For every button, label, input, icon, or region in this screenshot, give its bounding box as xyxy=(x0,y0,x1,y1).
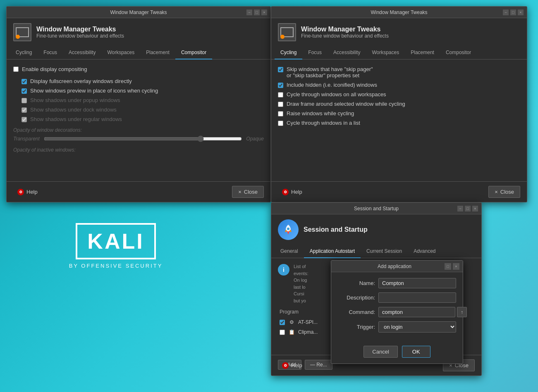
wm-left-close-button[interactable]: × Close xyxy=(232,186,264,198)
show-preview-checkbox[interactable] xyxy=(22,88,27,94)
raise-cycling-label: Raise windows while cycling xyxy=(287,110,354,116)
opacity-slider[interactable] xyxy=(44,135,242,142)
kali-subtitle: BY OFFENSIVE SECURITY xyxy=(50,263,182,269)
tab-current-session[interactable]: Current Session xyxy=(361,245,408,258)
command-input[interactable] xyxy=(378,307,455,317)
session-minimize-button[interactable]: − xyxy=(457,206,463,211)
tab-focus-right[interactable]: Focus xyxy=(302,46,328,59)
tab-advanced[interactable]: Advanced xyxy=(408,245,441,258)
wm-right-title: Window Manager Tweaks xyxy=(295,10,503,15)
wm-left-minimize-button[interactable]: − xyxy=(246,10,252,15)
wm-right-maximize-button[interactable]: □ xyxy=(510,10,516,15)
tab-placement-left[interactable]: Placement xyxy=(140,46,175,59)
skip-pager-checkbox[interactable] xyxy=(278,67,283,72)
tab-cycling-left[interactable]: Cycling xyxy=(10,46,38,59)
tab-focus-left[interactable]: Focus xyxy=(38,46,63,59)
info-icon: i xyxy=(278,264,289,276)
wm-left-app-title: Window Manager Tweaks xyxy=(36,26,124,33)
include-hidden-checkbox[interactable] xyxy=(278,83,283,88)
wm-left-help-label: Help xyxy=(26,189,38,195)
dialog-content: Name: Description: Command: ↑ Trigger: o… xyxy=(331,272,463,342)
tab-accessibility-left[interactable]: Accessibility xyxy=(63,46,101,59)
wm-right-app-subtitle: Fine-tune window behaviour and effects xyxy=(301,33,389,39)
wm-right-tabs: Cycling Focus Accessibility Workspaces P… xyxy=(271,46,527,59)
svg-point-0 xyxy=(287,228,289,230)
show-shadows-regular-checkbox[interactable] xyxy=(22,117,27,122)
wm-right-footer: ⚙ Help × Close xyxy=(271,181,527,202)
opacity-inactive-section: Opacity of inactive windows: xyxy=(13,147,264,153)
wm-right-titlebar: Window Manager Tweaks − □ × xyxy=(271,7,527,18)
tab-workspaces-right[interactable]: Workspaces xyxy=(366,46,405,59)
raise-cycling-row: Raise windows while cycling xyxy=(278,110,520,116)
session-header: Session and Startup xyxy=(271,214,481,245)
tab-general[interactable]: General xyxy=(275,245,304,258)
tab-workspaces-left[interactable]: Workspaces xyxy=(101,46,140,59)
tab-app-autostart[interactable]: Application Autostart xyxy=(304,245,361,258)
display-fullscreen-checkbox[interactable] xyxy=(22,79,27,84)
show-shadows-regular-row: Show shadows under regular windows xyxy=(22,116,264,122)
skip-pager-text: Skip windows that have "skip pager" or "… xyxy=(287,66,373,78)
ok-button[interactable]: OK xyxy=(402,346,430,358)
session-maximize-button[interactable]: □ xyxy=(465,206,471,211)
session-help-button[interactable]: ⚙ Help xyxy=(278,360,306,371)
command-label: Command: xyxy=(338,309,375,315)
tab-accessibility-right[interactable]: Accessibility xyxy=(328,46,366,59)
wm-left-header: Window Manager Tweaks Fine-tune window b… xyxy=(7,18,270,46)
tab-compositor-right[interactable]: Compositor xyxy=(440,46,477,59)
dialog-maximize-button[interactable]: □ xyxy=(445,263,451,270)
cycling-content: Skip windows that have "skip pager" or "… xyxy=(271,59,527,136)
enable-compositing-checkbox[interactable] xyxy=(13,67,19,72)
name-input[interactable] xyxy=(378,278,456,288)
wm-right-minimize-button[interactable]: − xyxy=(503,10,509,15)
session-tabs: General Application Autostart Current Se… xyxy=(271,245,481,258)
all-workspaces-checkbox[interactable] xyxy=(278,92,283,97)
wm-right-close-button[interactable]: × Close xyxy=(488,186,520,198)
dialog-title: Add application xyxy=(344,264,445,269)
draw-frame-row: Draw frame around selected window while … xyxy=(278,101,520,107)
description-input[interactable] xyxy=(378,292,456,303)
raise-cycling-checkbox[interactable] xyxy=(278,111,283,116)
opacity-decorations-section: Opacity of window decorations: Transpare… xyxy=(13,127,264,142)
opacity-decorations-label: Opacity of window decorations: xyxy=(13,127,264,133)
show-shadows-dock-label: Show shadows under dock windows xyxy=(30,107,117,113)
session-app-title: Session and Startup xyxy=(304,226,368,233)
wm-left-controls: − □ × xyxy=(246,10,267,15)
tab-cycling-right[interactable]: Cycling xyxy=(275,46,302,59)
show-shadows-popup-checkbox[interactable] xyxy=(22,98,27,103)
dialog-close-button[interactable]: × xyxy=(453,263,459,270)
wm-right-close-button[interactable]: × xyxy=(518,10,524,15)
atsp-checkbox[interactable] xyxy=(280,320,285,325)
trigger-select[interactable]: on login on logout immediately xyxy=(378,321,456,333)
wm-left-help-button[interactable]: ⚙ Help xyxy=(13,186,42,198)
command-input-group: ↑ xyxy=(378,307,467,317)
close-x-left: × xyxy=(238,189,242,195)
wm-left-footer: ⚙ Help × Close xyxy=(7,181,270,202)
session-info-text: List ofevents:On loglast loCursibut yo xyxy=(294,263,308,304)
wm-left-app-title-section: Window Manager Tweaks Fine-tune window b… xyxy=(36,26,124,39)
cancel-button[interactable]: Cancel xyxy=(363,346,397,358)
wm-left-tabs: Cycling Focus Accessibility Workspaces P… xyxy=(7,46,270,59)
display-fullscreen-label: Display fullscreen overlay windows direc… xyxy=(30,78,132,84)
cycle-list-checkbox[interactable] xyxy=(278,121,283,126)
clipman-checkbox[interactable] xyxy=(280,330,285,335)
wm-left-maximize-button[interactable]: □ xyxy=(254,10,260,15)
all-workspaces-row: Cycle through windows on all workspaces xyxy=(278,91,520,97)
dialog-controls: □ × xyxy=(445,263,459,270)
tab-placement-right[interactable]: Placement xyxy=(405,46,440,59)
tab-compositor-left[interactable]: Compositor xyxy=(175,46,212,59)
wm-left-app-icon xyxy=(13,23,31,41)
show-shadows-dock-checkbox[interactable] xyxy=(22,107,27,113)
wm-right-help-button[interactable]: ⚙ Help xyxy=(278,186,306,198)
show-shadows-popup-label: Show shadows under popup windows xyxy=(30,97,120,103)
wm-right-app-title: Window Manager Tweaks xyxy=(301,26,389,33)
wm-right-help-label: Help xyxy=(291,189,302,195)
trigger-label: Trigger: xyxy=(338,324,375,330)
skip-pager-line1: Skip windows that have "skip pager" xyxy=(287,66,373,72)
wm-left-close-button[interactable]: × xyxy=(261,10,267,15)
trigger-row: Trigger: on login on logout immediately xyxy=(338,321,456,333)
skip-pager-line2: or "skip taskbar" properties set xyxy=(287,72,373,78)
draw-frame-checkbox[interactable] xyxy=(278,102,283,107)
session-close-button[interactable]: × xyxy=(472,206,478,211)
wm-right-close-label: Close xyxy=(500,189,514,195)
browse-button[interactable]: ↑ xyxy=(457,307,467,317)
